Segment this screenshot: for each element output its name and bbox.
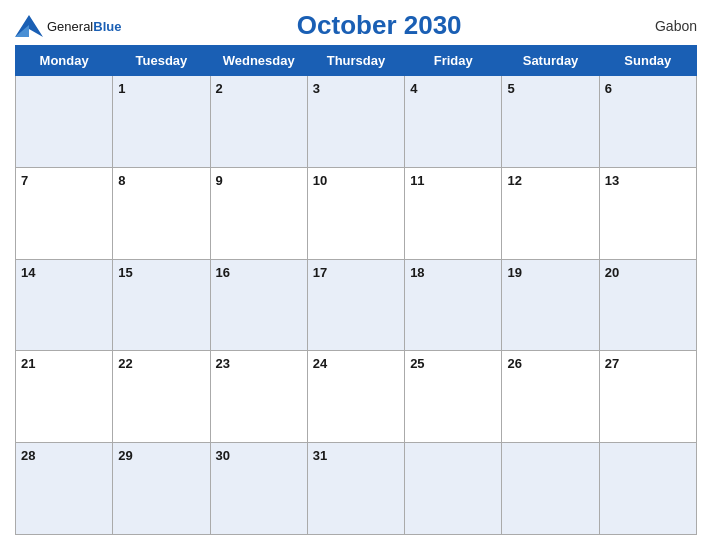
calendar-day-cell: 3 <box>307 76 404 168</box>
day-number: 22 <box>118 356 132 371</box>
calendar-title: October 2030 <box>121 10 637 41</box>
calendar-day-cell: 17 <box>307 259 404 351</box>
day-number: 23 <box>216 356 230 371</box>
calendar-day-cell: 14 <box>16 259 113 351</box>
calendar-day-cell: 23 <box>210 351 307 443</box>
day-number: 11 <box>410 173 424 188</box>
calendar-day-cell: 22 <box>113 351 210 443</box>
top-bar: GeneralBlue October 2030 Gabon <box>15 10 697 41</box>
calendar-day-cell: 31 <box>307 443 404 535</box>
logo-bird-icon <box>15 15 43 37</box>
calendar-day-cell: 1 <box>113 76 210 168</box>
calendar-day-cell: 12 <box>502 167 599 259</box>
weekday-header-wednesday: Wednesday <box>210 46 307 76</box>
day-number: 12 <box>507 173 521 188</box>
day-number: 20 <box>605 265 619 280</box>
calendar-day-cell: 9 <box>210 167 307 259</box>
logo: GeneralBlue <box>15 15 121 37</box>
country-label: Gabon <box>637 18 697 34</box>
calendar-day-cell: 30 <box>210 443 307 535</box>
calendar-week-row: 78910111213 <box>16 167 697 259</box>
weekday-header-tuesday: Tuesday <box>113 46 210 76</box>
day-number: 19 <box>507 265 521 280</box>
calendar-day-cell: 13 <box>599 167 696 259</box>
calendar-day-cell: 24 <box>307 351 404 443</box>
day-number: 2 <box>216 81 223 96</box>
calendar-day-cell: 5 <box>502 76 599 168</box>
calendar-day-cell: 10 <box>307 167 404 259</box>
day-number: 8 <box>118 173 125 188</box>
day-number: 17 <box>313 265 327 280</box>
day-number: 3 <box>313 81 320 96</box>
day-number: 28 <box>21 448 35 463</box>
calendar-week-row: 123456 <box>16 76 697 168</box>
calendar-day-cell <box>599 443 696 535</box>
calendar-day-cell: 28 <box>16 443 113 535</box>
day-number: 16 <box>216 265 230 280</box>
calendar-day-cell: 19 <box>502 259 599 351</box>
day-number: 13 <box>605 173 619 188</box>
day-number: 21 <box>21 356 35 371</box>
day-number: 31 <box>313 448 327 463</box>
weekday-header-friday: Friday <box>405 46 502 76</box>
day-number: 15 <box>118 265 132 280</box>
calendar-day-cell: 20 <box>599 259 696 351</box>
calendar-day-cell: 6 <box>599 76 696 168</box>
calendar-day-cell: 26 <box>502 351 599 443</box>
calendar-day-cell: 8 <box>113 167 210 259</box>
calendar-day-cell: 4 <box>405 76 502 168</box>
day-number: 30 <box>216 448 230 463</box>
calendar-week-row: 28293031 <box>16 443 697 535</box>
day-number: 26 <box>507 356 521 371</box>
day-number: 27 <box>605 356 619 371</box>
calendar-day-cell: 29 <box>113 443 210 535</box>
calendar-day-cell: 27 <box>599 351 696 443</box>
logo-text: GeneralBlue <box>47 17 121 35</box>
calendar-day-cell: 15 <box>113 259 210 351</box>
weekday-header-sunday: Sunday <box>599 46 696 76</box>
day-number: 14 <box>21 265 35 280</box>
calendar-day-cell: 18 <box>405 259 502 351</box>
calendar-day-cell <box>405 443 502 535</box>
calendar-day-cell: 7 <box>16 167 113 259</box>
calendar-table: MondayTuesdayWednesdayThursdayFridaySatu… <box>15 45 697 535</box>
weekday-header-thursday: Thursday <box>307 46 404 76</box>
day-number: 29 <box>118 448 132 463</box>
day-number: 6 <box>605 81 612 96</box>
weekday-header-monday: Monday <box>16 46 113 76</box>
calendar-day-cell: 11 <box>405 167 502 259</box>
calendar-day-cell <box>16 76 113 168</box>
calendar-day-cell: 2 <box>210 76 307 168</box>
calendar-day-cell: 21 <box>16 351 113 443</box>
day-number: 4 <box>410 81 417 96</box>
calendar-week-row: 21222324252627 <box>16 351 697 443</box>
calendar-week-row: 14151617181920 <box>16 259 697 351</box>
calendar-day-cell: 25 <box>405 351 502 443</box>
day-number: 24 <box>313 356 327 371</box>
day-number: 7 <box>21 173 28 188</box>
day-number: 1 <box>118 81 125 96</box>
weekday-header-saturday: Saturday <box>502 46 599 76</box>
calendar-day-cell: 16 <box>210 259 307 351</box>
day-number: 5 <box>507 81 514 96</box>
weekday-header-row: MondayTuesdayWednesdayThursdayFridaySatu… <box>16 46 697 76</box>
day-number: 25 <box>410 356 424 371</box>
day-number: 18 <box>410 265 424 280</box>
day-number: 10 <box>313 173 327 188</box>
calendar-day-cell <box>502 443 599 535</box>
day-number: 9 <box>216 173 223 188</box>
